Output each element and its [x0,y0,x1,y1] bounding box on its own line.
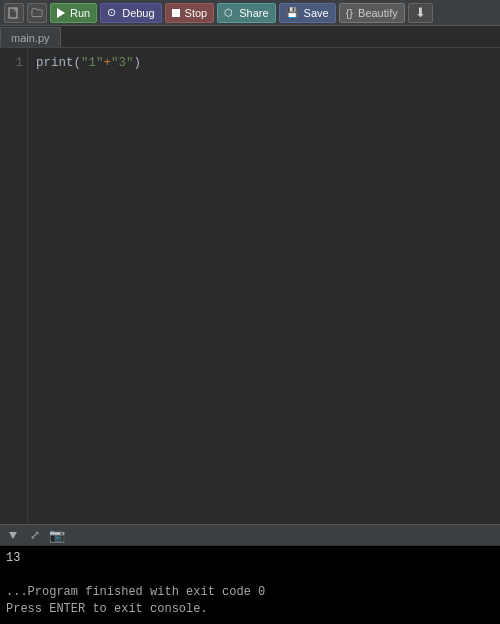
output-line-enter: Press ENTER to exit console. [6,601,494,618]
run-label: Run [70,7,90,19]
beautify-label: Beautify [358,7,398,19]
console-container: ⤢ 📷 13 ...Program finished with exit cod… [0,524,500,624]
output-line-finished: ...Program finished with exit code 0 [6,584,494,601]
play-icon [57,8,65,18]
tab-bar: main.py [0,26,500,48]
stop-button[interactable]: Stop [165,3,215,23]
code-plus: + [104,56,112,70]
code-keyword-print: print [36,56,74,70]
code-paren-open: ( [74,56,82,70]
code-line-1: print("1"+"3") [36,54,492,72]
share-icon: ⬡ [224,7,233,18]
code-str-2: "3" [111,56,134,70]
camera-icon: 📷 [49,528,65,543]
output-line-result: 13 [6,550,494,567]
save-button[interactable]: 💾 Save [279,3,336,23]
console-collapse-btn[interactable] [4,526,22,544]
curly-icon: {} [346,7,353,19]
code-area[interactable]: print("1"+"3") [28,48,500,524]
editor: 1 print("1"+"3") [0,48,500,524]
file-new-icon-btn[interactable] [4,3,24,23]
code-paren-close: ) [134,56,142,70]
download-icon: ⬇ [415,5,426,20]
share-button[interactable]: ⬡ Share [217,3,275,23]
console-output[interactable]: 13 ...Program finished with exit code 0 … [0,546,500,624]
stop-icon [172,9,180,17]
console-expand-btn[interactable]: ⤢ [26,526,44,544]
console-toolbar: ⤢ 📷 [0,524,500,546]
tab-main-py[interactable]: main.py [0,27,61,47]
toolbar: Run ⊙ Debug Stop ⬡ Share 💾 Save {} Beaut… [0,0,500,26]
tab-label: main.py [11,32,50,44]
save-label: Save [304,7,329,19]
expand-icon: ⤢ [30,528,40,542]
save-icon: 💾 [286,7,298,18]
folder-icon-btn[interactable] [27,3,47,23]
stop-label: Stop [185,7,208,19]
line-number-1: 1 [4,54,23,72]
debug-label: Debug [122,7,154,19]
console-camera-btn[interactable]: 📷 [48,526,66,544]
debug-button[interactable]: ⊙ Debug [100,3,161,23]
line-numbers: 1 [0,48,28,524]
share-label: Share [239,7,268,19]
run-button[interactable]: Run [50,3,97,23]
beautify-button[interactable]: {} Beautify [339,3,405,23]
download-button[interactable]: ⬇ [408,3,433,23]
output-line-blank [6,567,494,584]
chevron-down-icon [9,532,17,539]
code-str-1: "1" [81,56,104,70]
debug-icon: ⊙ [107,6,116,19]
